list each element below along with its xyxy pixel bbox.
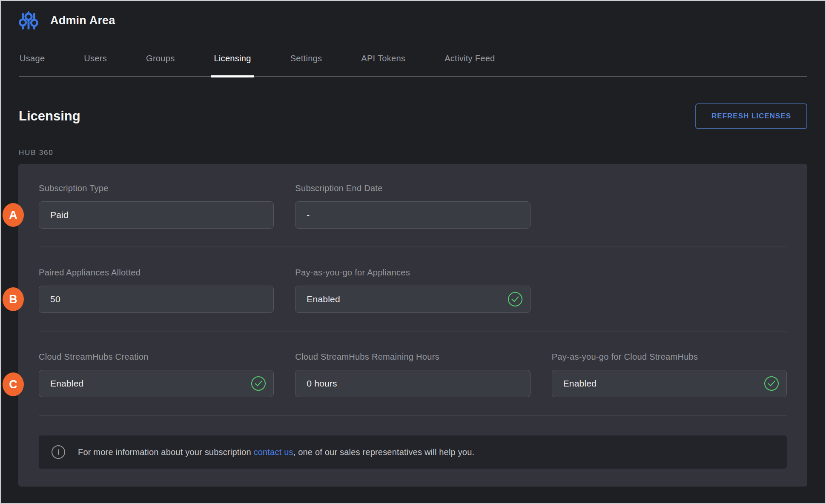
payg-appliances-field[interactable]: Enabled	[295, 286, 530, 313]
field-label: Subscription Type	[39, 183, 274, 194]
field-cloud-streamhubs-creation: Cloud StreamHubs Creation Enabled	[39, 351, 274, 397]
field-value: Paid	[50, 210, 69, 220]
field-label: Cloud StreamHubs Remaining Hours	[295, 351, 530, 362]
field-subscription-end-date: Subscription End Date -	[295, 183, 530, 229]
field-value: Enabled	[50, 378, 83, 389]
enabled-check-icon	[764, 376, 779, 391]
field-label: Subscription End Date	[295, 183, 530, 194]
sliders-icon	[19, 10, 38, 31]
subscription-end-date-field[interactable]: -	[295, 201, 530, 229]
tab-bar: Usage Users Groups Licensing Settings AP…	[19, 40, 807, 77]
row-divider	[39, 246, 787, 247]
banner-text-after: , one of our sales representatives will …	[293, 447, 475, 457]
field-paired-appliances-allotted: Paired Appliances Allotted 50	[39, 267, 274, 313]
field-subscription-type: Subscription Type Paid	[39, 183, 274, 229]
row-divider	[39, 415, 787, 416]
licensing-card: Subscription Type Paid Subscription End …	[18, 164, 807, 487]
tab-licensing[interactable]: Licensing	[213, 40, 252, 76]
section-label-hub360: HUB 360	[19, 149, 807, 157]
app-title: Admin Area	[50, 14, 115, 27]
annotation-marker-b: B	[3, 287, 24, 311]
field-value: Enabled	[307, 294, 340, 304]
tab-groups[interactable]: Groups	[145, 40, 175, 76]
field-cloud-streamhubs-remaining-hours: Cloud StreamHubs Remaining Hours 0 hours	[295, 351, 530, 397]
tab-usage[interactable]: Usage	[19, 40, 46, 76]
field-value: Enabled	[563, 378, 597, 389]
field-value: -	[307, 210, 310, 220]
app-header: Admin Area	[1, 1, 825, 40]
field-row-subscription: Subscription Type Paid Subscription End …	[39, 183, 787, 246]
row-divider	[39, 331, 787, 332]
banner-text-before: For more information about your subscrip…	[78, 447, 254, 457]
field-value: 50	[50, 294, 60, 304]
banner-text: For more information about your subscrip…	[78, 447, 474, 457]
cloud-streamhubs-remaining-hours-field[interactable]: 0 hours	[295, 370, 530, 397]
annotation-marker-c: C	[3, 372, 24, 396]
enabled-check-icon	[251, 376, 266, 391]
contact-us-link[interactable]: contact us	[254, 447, 293, 457]
field-label: Paired Appliances Allotted	[39, 267, 274, 278]
field-label: Pay-as-you-go for Cloud StreamHubs	[552, 351, 787, 362]
field-payg-cloud-streamhubs: Pay-as-you-go for Cloud StreamHubs Enabl…	[552, 351, 787, 397]
subscription-type-field[interactable]: Paid	[39, 201, 274, 229]
cloud-streamhubs-creation-field[interactable]: Enabled	[39, 370, 274, 397]
field-payg-appliances: Pay-as-you-go for Appliances Enabled	[295, 267, 530, 313]
tab-users[interactable]: Users	[83, 40, 108, 76]
tab-activity-feed[interactable]: Activity Feed	[444, 40, 496, 76]
annotation-marker-a: A	[3, 203, 24, 227]
refresh-licenses-button[interactable]: REFRESH LICENSES	[695, 103, 807, 129]
field-label: Pay-as-you-go for Appliances	[295, 267, 530, 278]
page-title: Licensing	[19, 109, 80, 124]
page-heading-row: Licensing REFRESH LICENSES	[19, 77, 807, 129]
info-icon: i	[52, 445, 65, 459]
field-row-cloud-streamhubs: Cloud StreamHubs Creation Enabled Cloud …	[39, 351, 787, 415]
field-value: 0 hours	[307, 378, 337, 389]
enabled-check-icon	[508, 292, 522, 306]
payg-cloud-streamhubs-field[interactable]: Enabled	[552, 370, 787, 397]
field-row-appliances: Paired Appliances Allotted 50 Pay-as-you…	[39, 267, 787, 331]
tab-api-tokens[interactable]: API Tokens	[360, 40, 406, 76]
paired-appliances-allotted-field[interactable]: 50	[39, 286, 274, 313]
tab-settings[interactable]: Settings	[290, 40, 323, 76]
field-label: Cloud StreamHubs Creation	[39, 351, 274, 362]
subscription-info-banner: i For more information about your subscr…	[39, 435, 787, 469]
